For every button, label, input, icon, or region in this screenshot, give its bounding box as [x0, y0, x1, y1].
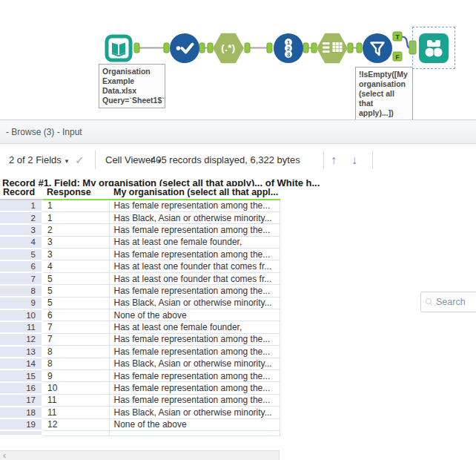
- output-anchor-record-id[interactable]: [303, 43, 308, 53]
- workflow-canvas[interactable]: T F (.*): [0, 0, 476, 120]
- cell-response[interactable]: 9: [42, 369, 109, 381]
- cell-org[interactable]: Has female representation among the...: [109, 346, 280, 358]
- input-anchor-regex[interactable]: [208, 43, 213, 53]
- table-row[interactable]: 106None of the above: [0, 309, 280, 321]
- cell-org[interactable]: Has female representation among the...: [109, 200, 280, 211]
- table-row[interactable]: 95Has Black, Asian or otherwise minority…: [0, 297, 280, 309]
- cell-response[interactable]: 3: [42, 249, 109, 260]
- cell-record[interactable]: 4: [0, 236, 42, 248]
- table-row[interactable]: 1610Has female representation among the.…: [0, 382, 280, 394]
- cell-response[interactable]: 6: [42, 309, 109, 321]
- cell-record[interactable]: 18: [0, 407, 42, 418]
- cell-record[interactable]: 7: [0, 272, 42, 284]
- table-row[interactable]: 148Has Black, Asian or otherwise minorit…: [0, 358, 280, 369]
- cell-org[interactable]: Has female representation among the...: [109, 382, 280, 394]
- filter-tool[interactable]: [363, 33, 392, 63]
- cell-record[interactable]: 14: [0, 358, 42, 369]
- cell-org[interactable]: Has at least one founder that comes fr..…: [109, 260, 280, 272]
- table-row[interactable]: 1811Has Black, Asian or otherwise minori…: [0, 407, 280, 418]
- fields-selector-button[interactable]: 2 of 2 Fields ▾: [9, 144, 68, 176]
- table-row[interactable]: 1711Has female representation among the.…: [0, 394, 280, 406]
- cell-org[interactable]: Has Black, Asian or otherwise minority..…: [109, 297, 280, 309]
- next-match-button[interactable]: ↓: [351, 144, 357, 176]
- cell-record[interactable]: 6: [0, 260, 42, 272]
- cell-org[interactable]: None of the above: [109, 309, 280, 321]
- cell-response[interactable]: 11: [42, 407, 109, 418]
- column-header-record[interactable]: Record: [0, 186, 42, 200]
- input-anchor-record-id[interactable]: [267, 43, 272, 53]
- output-anchor-text-to-columns[interactable]: [348, 43, 353, 53]
- cell-record[interactable]: 13: [0, 346, 42, 358]
- cell-org[interactable]: Has female representation among the...: [109, 224, 280, 236]
- cell-org[interactable]: Has female representation among the...: [109, 369, 280, 381]
- cell-response[interactable]: 1: [42, 200, 109, 211]
- input-anchor-text-to-columns[interactable]: [311, 43, 317, 53]
- output-anchor-regex[interactable]: [245, 43, 250, 53]
- cell-response[interactable]: 5: [42, 297, 109, 309]
- cell-record[interactable]: 5: [0, 249, 42, 260]
- cell-org[interactable]: Has Black, Asian or otherwise minority..…: [109, 407, 280, 418]
- cell-response[interactable]: 2: [42, 224, 109, 236]
- cell-record[interactable]: 16: [0, 382, 42, 394]
- previous-match-button[interactable]: ↑: [331, 144, 337, 176]
- output-anchor-select[interactable]: [199, 43, 205, 53]
- cell-org[interactable]: Has female representation among the...: [109, 333, 280, 345]
- table-row[interactable]: 85Has female representation among the...: [0, 285, 280, 297]
- table-row[interactable]: 75Has at least one founder that comes fr…: [0, 272, 280, 284]
- cell-record[interactable]: 10: [0, 309, 42, 321]
- input-anchor-filter[interactable]: [357, 43, 362, 53]
- output-anchor-input-data[interactable]: [134, 43, 139, 53]
- column-header-organisation[interactable]: My organisation (select all that appl...: [109, 186, 280, 200]
- cell-response[interactable]: 7: [42, 333, 109, 345]
- cell-response[interactable]: 1: [42, 211, 109, 223]
- cell-org[interactable]: Has Black, Asian or otherwise minority..…: [109, 358, 280, 369]
- cell-response[interactable]: 5: [42, 285, 109, 297]
- cell-response[interactable]: 8: [42, 358, 109, 369]
- filter-tool-annotation[interactable]: !IsEmpty([My organisation (select all th…: [355, 67, 413, 121]
- table-row[interactable]: 32Has female representation among the...: [0, 224, 280, 236]
- table-row[interactable]: 1912None of the above: [0, 418, 280, 430]
- cell-record[interactable]: 12: [0, 333, 42, 345]
- search-box[interactable]: [420, 292, 476, 312]
- table-row[interactable]: 43Has at least one female founder,: [0, 236, 280, 248]
- cell-response[interactable]: 4: [42, 260, 109, 272]
- cell-record[interactable]: 11: [0, 321, 42, 333]
- table-row[interactable]: 127Has female representation among the..…: [0, 333, 280, 345]
- cell-response[interactable]: 3: [42, 236, 109, 248]
- cell-record[interactable]: 2: [0, 211, 42, 223]
- cell-org[interactable]: Has at least one female founder,: [109, 236, 280, 248]
- cell-response[interactable]: 11: [42, 394, 109, 406]
- cell-record[interactable]: 8: [0, 285, 42, 297]
- horizontal-scrollbar[interactable]: ‹: [0, 450, 280, 460]
- cell-response[interactable]: 7: [42, 321, 109, 333]
- table-row[interactable]: 53Has female representation among the...: [0, 249, 280, 260]
- connection-wire-filter-true-to-browse[interactable]: [402, 37, 410, 48]
- cell-org[interactable]: Has female representation among the...: [109, 249, 280, 260]
- table-row[interactable]: 21Has Black, Asian or otherwise minority…: [0, 211, 280, 223]
- column-header-response[interactable]: Response: [42, 186, 109, 200]
- cell-response[interactable]: 12: [42, 418, 109, 430]
- table-row[interactable]: 64Has at least one founder that comes fr…: [0, 260, 280, 272]
- apply-fields-button[interactable]: ✓: [75, 144, 85, 176]
- search-input[interactable]: [436, 297, 476, 307]
- cell-org[interactable]: Has female representation among the...: [109, 285, 280, 297]
- cell-org[interactable]: Has female representation among the...: [109, 394, 280, 406]
- cell-record[interactable]: 1: [0, 200, 42, 211]
- table-row[interactable]: 117Has at least one female founder,: [0, 321, 280, 333]
- cell-response[interactable]: 5: [42, 272, 109, 284]
- cell-org[interactable]: Has at least one female founder,: [109, 321, 280, 333]
- browse-tool[interactable]: [419, 33, 449, 63]
- input-data-tool[interactable]: [104, 33, 133, 63]
- cell-org[interactable]: Has at least one founder that comes fr..…: [109, 272, 280, 284]
- input-tool-annotation[interactable]: Organisation Example Data.xlsx Query=`Sh…: [99, 64, 165, 108]
- cell-record[interactable]: 19: [0, 418, 42, 430]
- input-anchor-select[interactable]: [164, 43, 169, 53]
- cell-org[interactable]: None of the above: [109, 418, 280, 430]
- table-row[interactable]: 11Has female representation among the...: [0, 200, 280, 211]
- table-row[interactable]: 138Has female representation among the..…: [0, 346, 280, 358]
- cell-response[interactable]: 8: [42, 346, 109, 358]
- select-tool[interactable]: [170, 33, 199, 63]
- scroll-left-icon[interactable]: ‹: [0, 452, 6, 459]
- cell-record[interactable]: 17: [0, 394, 42, 406]
- cell-org[interactable]: Has Black, Asian or otherwise minority..…: [109, 211, 280, 223]
